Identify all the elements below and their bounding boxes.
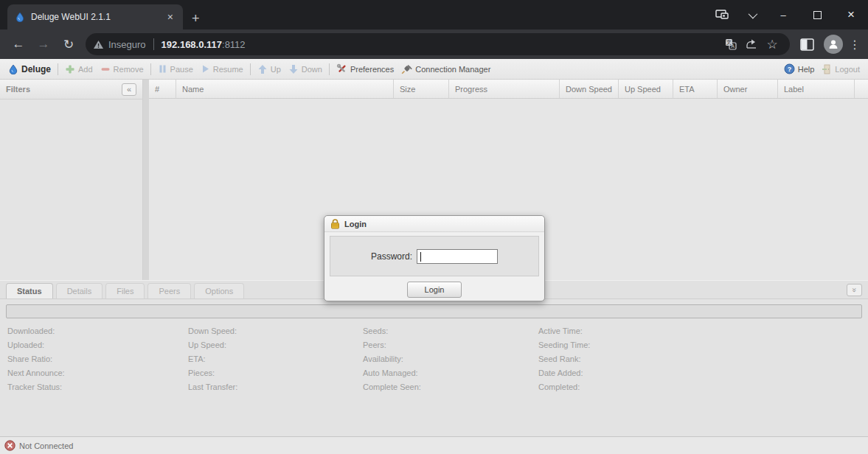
label-last-transfer: Last Transfer: [188, 380, 237, 394]
plus-icon [65, 64, 75, 74]
plug-icon [401, 63, 412, 74]
column-header-down-speed[interactable]: Down Speed [560, 80, 619, 98]
column-header-size[interactable]: Size [394, 80, 449, 98]
login-form: Password: [330, 236, 539, 276]
label-eta: ETA: [188, 352, 237, 366]
torrent-progress-bar [6, 304, 862, 318]
close-window-button[interactable]: × [834, 3, 868, 27]
logout-button[interactable]: Logout [818, 61, 864, 77]
bookmark-star-icon[interactable]: ☆ [762, 34, 782, 55]
text-caret [420, 252, 421, 262]
tab-options[interactable]: Options [194, 283, 244, 298]
play-icon [201, 64, 210, 74]
status-detail-panel: Downloaded: Uploaded: Share Ratio: Next … [0, 299, 868, 436]
grid-header: # Name Size Progress Down Speed Up Speed… [149, 80, 868, 99]
label-seeding-time: Seeding Time: [538, 338, 590, 352]
minus-icon [100, 64, 111, 74]
omnibox-divider [153, 38, 154, 50]
tab-preview-icon[interactable] [707, 3, 737, 27]
browser-tab[interactable]: Deluge WebUI 2.1.1 × [7, 4, 183, 29]
back-icon[interactable]: ← [7, 33, 29, 55]
deluge-webui-window: Deluge WebUI 2.1.1 × + – × ← → ↻ Insegur… [0, 0, 868, 454]
new-tab-button[interactable]: + [192, 12, 200, 25]
url-port: :8112 [222, 39, 246, 50]
help-button[interactable]: ? Help [780, 61, 819, 77]
tab-title: Deluge WebUI 2.1.1 [31, 12, 159, 22]
login-dialog-title: Login [344, 220, 367, 228]
column-header-label[interactable]: Label [778, 80, 855, 98]
deluge-brand: Deluge [4, 61, 55, 77]
column-header-eta[interactable]: ETA [673, 80, 718, 98]
profile-avatar[interactable] [824, 35, 843, 54]
tools-icon [336, 63, 347, 74]
collapse-filters-button[interactable]: « [122, 83, 136, 96]
label-auto-managed: Auto Managed: [363, 366, 421, 380]
not-secure-warning-icon [93, 40, 104, 49]
remove-torrent-button[interactable]: Remove [97, 61, 147, 77]
password-input[interactable] [417, 249, 498, 264]
panel-splitter[interactable] [143, 80, 149, 280]
add-torrent-button[interactable]: Add [61, 61, 97, 77]
tab-details[interactable]: Details [56, 283, 103, 298]
toolbar-separator [58, 63, 58, 75]
label-uploaded: Uploaded: [7, 338, 65, 352]
side-panel-icon[interactable] [796, 33, 818, 55]
preferences-button[interactable]: Preferences [333, 61, 397, 77]
column-header-up-speed[interactable]: Up Speed [619, 80, 673, 98]
address-bar[interactable]: Inseguro 192.168.0.117 :8112 文A ☆ [86, 33, 790, 55]
filters-header: Filters « [0, 80, 142, 99]
label-tracker-status: Tracker Status: [7, 380, 65, 394]
forward-icon[interactable]: → [32, 33, 55, 55]
column-header-spacer [855, 80, 868, 98]
tab-files[interactable]: Files [105, 283, 145, 298]
deluge-drop-icon [8, 64, 18, 74]
toolbar-separator [329, 63, 330, 75]
pause-icon [158, 64, 167, 74]
close-tab-icon[interactable]: × [165, 11, 176, 23]
pause-button[interactable]: Pause [154, 61, 197, 77]
detail-labels-column-3: Seeds: Peers: Availability: Auto Managed… [363, 324, 421, 394]
label-seed-rank: Seed Rank: [538, 352, 590, 366]
browser-menu-icon[interactable]: ⋮ [847, 38, 862, 52]
label-complete-seen: Complete Seen: [363, 380, 421, 394]
share-icon[interactable] [741, 34, 762, 55]
connection-status-text[interactable]: Not Connected [19, 441, 73, 450]
column-header-owner[interactable]: Owner [718, 80, 778, 98]
queue-down-button[interactable]: Down [285, 61, 326, 77]
detail-labels-column-2: Down Speed: Up Speed: ETA: Pieces: Last … [188, 324, 237, 394]
minimize-button[interactable]: – [766, 3, 800, 27]
connection-status-bar: Not Connected [0, 436, 868, 454]
translate-icon[interactable]: 文A [721, 34, 741, 55]
security-label[interactable]: Inseguro [108, 39, 146, 50]
detail-labels-column-4: Active Time: Seeding Time: Seed Rank: Da… [538, 324, 590, 394]
detail-labels-column-1: Downloaded: Uploaded: Share Ratio: Next … [7, 324, 65, 394]
label-up-speed: Up Speed: [188, 338, 237, 352]
label-pieces: Pieces: [188, 366, 237, 380]
svg-text:A: A [731, 43, 735, 49]
window-controls: – × [707, 0, 868, 29]
toolbar-separator [250, 63, 251, 75]
label-peers: Peers: [363, 338, 421, 352]
filters-panel: Filters « [0, 80, 143, 280]
column-header-progress[interactable]: Progress [449, 80, 560, 98]
column-header-name[interactable]: Name [176, 80, 394, 98]
login-button[interactable]: Login [407, 282, 462, 298]
password-label: Password: [371, 251, 412, 262]
browser-tab-bar: Deluge WebUI 2.1.1 × + – × [0, 0, 868, 29]
label-seeds: Seeds: [363, 324, 421, 338]
lock-icon [330, 219, 340, 229]
resume-button[interactable]: Resume [197, 61, 247, 77]
tab-search-chevron-icon[interactable] [737, 3, 766, 27]
not-connected-icon [4, 440, 15, 451]
column-header-number[interactable]: # [149, 80, 176, 98]
queue-up-button[interactable]: Up [254, 61, 285, 77]
tab-peers[interactable]: Peers [147, 283, 191, 298]
connection-manager-button[interactable]: Connection Manager [397, 61, 494, 77]
filters-title: Filters [6, 85, 122, 94]
tab-status[interactable]: Status [6, 283, 53, 298]
reload-icon[interactable]: ↻ [58, 33, 80, 55]
deluge-toolbar: Deluge Add Remove Pause Resume Up Down [0, 59, 868, 80]
login-dialog-titlebar[interactable]: Login [324, 216, 544, 232]
maximize-button[interactable] [800, 3, 834, 27]
collapse-details-button[interactable]: » [847, 284, 862, 296]
